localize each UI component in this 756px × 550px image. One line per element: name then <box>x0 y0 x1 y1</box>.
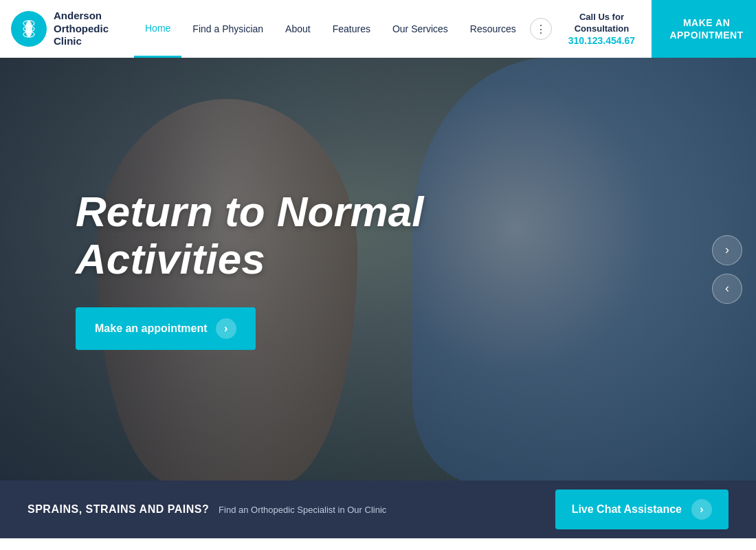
make-appointment-button[interactable]: MAKE AN APPOINTMENT <box>652 0 756 58</box>
bottom-bar: SPRAINS, STRAINS AND PAINS? Find an Orth… <box>0 481 756 538</box>
nav-features[interactable]: Features <box>322 0 381 58</box>
nav-about[interactable]: About <box>274 0 322 58</box>
hero-content: Return to Normal Activities Make an appo… <box>0 58 481 481</box>
live-chat-arrow-icon: › <box>691 499 712 520</box>
call-label: Call Us for Consultation <box>568 12 635 35</box>
call-number: 310.123.454.67 <box>568 35 635 46</box>
nav-our-services[interactable]: Our Services <box>381 0 459 58</box>
nav-home[interactable]: Home <box>134 0 181 58</box>
hero-cta-button[interactable]: Make an appointment › <box>76 307 256 350</box>
hero-title: Return to Normal Activities <box>76 188 481 282</box>
bottom-bar-subtext: Find an Orthopedic Specialist in Our Cli… <box>219 505 386 515</box>
slider-next-button[interactable]: › <box>712 235 742 265</box>
header: Anderson Orthopedic Clinic Home Find a P… <box>0 0 756 58</box>
hero-section: Return to Normal Activities Make an appo… <box>0 58 756 481</box>
nav-more-button[interactable]: ⋮ <box>530 18 552 40</box>
call-area: Call Us for Consultation 310.123.454.67 <box>552 12 652 46</box>
slider-prev-button[interactable]: ‹ <box>712 274 742 304</box>
slider-controls: › ‹ <box>712 235 742 304</box>
header-right: Call Us for Consultation 310.123.454.67 … <box>552 0 756 58</box>
logo-text: Anderson Orthopedic Clinic <box>54 10 116 48</box>
live-chat-button[interactable]: Live Chat Assistance › <box>555 490 729 529</box>
logo-area: Anderson Orthopedic Clinic <box>0 10 127 48</box>
bottom-bar-text: SPRAINS, STRAINS AND PAINS? Find an Orth… <box>27 503 542 516</box>
nav-find-physician[interactable]: Find a Physician <box>181 0 274 58</box>
nav-resources[interactable]: Resources <box>459 0 527 58</box>
hero-cta-arrow-icon: › <box>216 318 236 339</box>
hero-cta-label: Make an appointment <box>95 322 208 335</box>
live-chat-label: Live Chat Assistance <box>572 503 682 516</box>
main-nav: Home Find a Physician About Features Our… <box>127 0 552 58</box>
logo-icon <box>11 11 47 47</box>
bottom-bar-bold: SPRAINS, STRAINS AND PAINS? <box>27 503 209 515</box>
